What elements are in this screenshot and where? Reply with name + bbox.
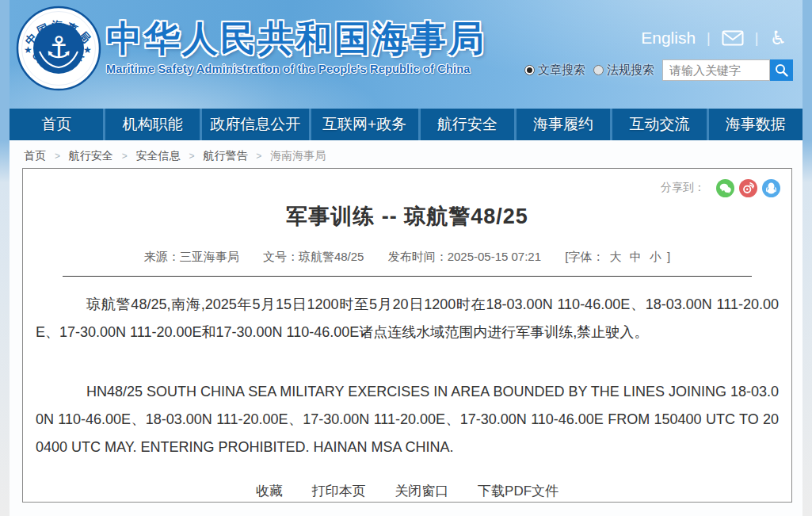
font-size-label-close: ] — [667, 250, 670, 263]
msa-logo-icon: 中国海事局 CHINA MSA ★ ★ ⚓ — [16, 6, 101, 91]
site-title-en: Maritime Safety Administration of the Pe… — [106, 63, 486, 75]
breadcrumb-navigation-safety[interactable]: 航行安全 — [69, 149, 113, 162]
radio-article-search[interactable]: 文章搜索 — [524, 63, 585, 78]
msa-logo[interactable]: 中国海事局 CHINA MSA ★ ★ ⚓ — [16, 6, 101, 91]
separator: | — [707, 30, 711, 47]
font-size-medium-button[interactable]: 中 — [630, 250, 642, 263]
title-divider — [63, 276, 752, 277]
font-size-small-button[interactable]: 小 — [650, 250, 661, 263]
logo-star-right: ★ — [83, 44, 92, 55]
nav-item-maritime-compliance[interactable]: 海事履约 — [514, 109, 610, 140]
breadcrumb-separator: > — [55, 151, 60, 162]
nav-item-internet-gov[interactable]: 互联网+政务 — [309, 109, 418, 140]
article-meta: 来源：三亚海事局 文号：琼航警48/25 发布时间：2025-05-15 07:… — [23, 250, 791, 265]
site-banner: 中国海事局 CHINA MSA ★ ★ ⚓ 中华人民共和国海事局 Maritim… — [10, 0, 802, 109]
share-label: 分享到： — [661, 181, 705, 195]
meta-source: 来源：三亚海事局 — [144, 250, 239, 263]
warning-paragraph-cn: 琼航警48/25,南海,2025年5月15日1200时至5月20日1200时在1… — [36, 291, 779, 346]
search-button[interactable] — [770, 59, 793, 81]
radio-law-dot[interactable] — [593, 65, 604, 75]
page-container: 中国海事局 CHINA MSA ★ ★ ⚓ 中华人民共和国海事局 Maritim… — [10, 0, 802, 516]
radio-law-label[interactable]: 法规搜索 — [607, 63, 654, 78]
wechat-share-icon[interactable] — [716, 179, 734, 197]
radio-law-search[interactable]: 法规搜索 — [593, 63, 654, 78]
breadcrumb-separator: > — [122, 151, 128, 162]
site-titles: 中华人民共和国海事局 Maritime Safety Administratio… — [106, 17, 486, 75]
nav-item-home[interactable]: 首页 — [10, 109, 103, 140]
site-title-cn: 中华人民共和国海事局 — [106, 17, 486, 60]
radio-article-label[interactable]: 文章搜索 — [538, 63, 585, 78]
nav-item-gov-info[interactable]: 政府信息公开 — [200, 109, 309, 140]
print-page-button[interactable]: 打印本页 — [312, 484, 366, 499]
logo-star-left: ★ — [24, 44, 32, 55]
radio-article-dot[interactable] — [524, 65, 535, 75]
qq-share-icon[interactable] — [762, 179, 780, 197]
breadcrumb-separator: > — [189, 151, 194, 162]
article-actions: 收藏 打印本页 关闭窗口 下载PDF文件 — [23, 482, 791, 500]
accessibility-icon[interactable]: ♿ — [769, 29, 787, 48]
nav-item-interaction[interactable]: 互动交流 — [610, 109, 706, 140]
nav-item-functions[interactable]: 机构职能 — [103, 109, 199, 140]
warning-paragraph-en: HN48/25 SOUTH CHINA SEA MILITARY EXERCIS… — [36, 378, 779, 461]
meta-publish-time: 发布时间：2025-05-15 07:21 — [388, 250, 541, 263]
font-size-large-button[interactable]: 大 — [610, 250, 622, 263]
meta-doc-number: 文号：琼航警48/25 — [263, 250, 364, 263]
breadcrumb-hainan-msa: 海南海事局 — [270, 149, 326, 162]
breadcrumb-home[interactable]: 首页 — [24, 149, 46, 162]
main-area: 首页 > 航行安全 > 安全信息 > 航行警告 > 海南海事局 分享到： — [10, 140, 802, 516]
mail-icon[interactable] — [722, 30, 744, 46]
site-search: 文章搜索 法规搜索 — [524, 59, 793, 81]
article-body: 琼航警48/25,南海,2025年5月15日1200时至5月20日1200时在1… — [36, 291, 779, 461]
main-nav: 首页 机构职能 政府信息公开 互联网+政务 航行安全 海事履约 互动交流 海事数… — [10, 109, 802, 140]
font-size-control: [字体： 大 中 小 ] — [565, 250, 670, 263]
article-box: 分享到： — [22, 168, 792, 503]
download-pdf-button[interactable]: 下载PDF文件 — [478, 484, 558, 499]
search-input[interactable] — [662, 59, 770, 81]
favorite-button[interactable]: 收藏 — [256, 484, 283, 499]
weibo-share-icon[interactable] — [739, 179, 757, 197]
separator: | — [755, 30, 759, 47]
breadcrumb: 首页 > 航行安全 > 安全信息 > 航行警告 > 海南海事局 — [10, 140, 802, 168]
header-utility-links: English | | ♿ — [641, 29, 787, 48]
breadcrumb-nav-warning[interactable]: 航行警告 — [203, 149, 247, 162]
share-row: 分享到： — [23, 178, 791, 197]
breadcrumb-separator: > — [256, 151, 261, 162]
english-link[interactable]: English — [641, 29, 696, 48]
font-size-label-open: [字体： — [565, 250, 604, 263]
nav-item-navigation-safety[interactable]: 航行安全 — [418, 109, 514, 140]
breadcrumb-safety-info[interactable]: 安全信息 — [136, 149, 181, 162]
close-window-button[interactable]: 关闭窗口 — [395, 484, 448, 499]
article-title: 军事训练 -- 琼航警48/25 — [23, 202, 791, 231]
anchor-icon: ⚓ — [45, 31, 72, 64]
search-icon — [775, 63, 788, 77]
nav-item-maritime-data[interactable]: 海事数据 — [707, 109, 802, 140]
